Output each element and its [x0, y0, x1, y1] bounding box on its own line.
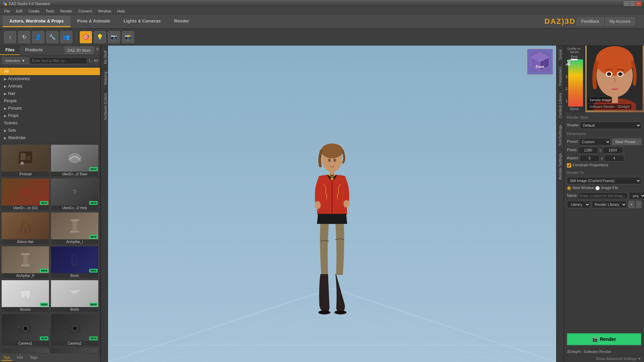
- tool-viewport2[interactable]: 💡: [94, 31, 106, 43]
- preset-select[interactable]: Custom: [579, 138, 611, 145]
- asset-uberenv-help[interactable]: ? NEW UberEn...t2 Help: [51, 178, 99, 211]
- asset-hair[interactable]: Aldora Hair: [1, 212, 49, 245]
- aspect-height-input[interactable]: [604, 155, 624, 162]
- shader-select[interactable]: Default: [580, 122, 641, 129]
- menu-create[interactable]: Create: [26, 8, 42, 14]
- maximize-button[interactable]: □: [630, 1, 635, 6]
- tab-lights-cameras[interactable]: Lights & Cameras: [117, 16, 168, 27]
- close-button[interactable]: ✕: [636, 1, 641, 6]
- render-to-select-row: Still Image (Current Frame): [567, 177, 641, 184]
- tab-products[interactable]: Products: [20, 46, 48, 55]
- content-vtabs: My Stuff Shaping Surfaces (Color): [101, 46, 108, 362]
- quality-bar-container[interactable]: 4 3 2 1 🐰: [566, 59, 583, 107]
- asset-uberenv-base[interactable]: NEW UberEn...t2 Base: [51, 144, 99, 177]
- vtab-my-stuff[interactable]: My Stuff: [102, 47, 107, 67]
- new-window-radio[interactable]: [567, 186, 571, 190]
- show-advanced-settings[interactable]: Show Advanced Settings ▼: [564, 355, 644, 362]
- asset-boots[interactable]: NEW Boots: [51, 246, 99, 279]
- cat-wardrobe[interactable]: ▶ Wardrobe: [0, 134, 100, 141]
- cat-accessories[interactable]: ▶ Accessories: [0, 75, 100, 82]
- daz-logo-text: DAZ)3D: [544, 17, 576, 26]
- my-account-button[interactable]: My Account: [605, 17, 635, 25]
- asset-preload[interactable]: !Preload: [1, 144, 49, 177]
- minimize-button[interactable]: —: [624, 1, 629, 6]
- render-library-select[interactable]: Render Library: [592, 201, 627, 208]
- cat-presets[interactable]: ▶ Presets: [0, 105, 100, 112]
- tab-render[interactable]: Render: [167, 16, 196, 27]
- cat-accessories-label: Accessories: [8, 76, 30, 81]
- asset-uberenv-gi[interactable]: NEW NEW UberEn...ce (GI): [1, 178, 49, 211]
- menu-render[interactable]: Render: [57, 8, 75, 14]
- aspect-width-input[interactable]: [580, 155, 600, 162]
- save-preset-button[interactable]: Save Preset...: [612, 138, 641, 145]
- menu-help[interactable]: Help: [115, 8, 128, 14]
- constrain-checkbox[interactable]: [567, 163, 571, 168]
- format-select[interactable]: .png: [629, 192, 644, 199]
- asset-camera3[interactable]: NEW Camera3: [1, 348, 49, 353]
- asset-briefs[interactable]: NEW Briefs: [51, 280, 99, 312]
- render-to-select[interactable]: Still Image (Current Frame): [567, 177, 641, 184]
- vtab-surfaces-color[interactable]: Surfaces (Color): [102, 89, 107, 123]
- cat-props[interactable]: ▶ Props: [0, 112, 100, 119]
- cat-hair[interactable]: ▶ Hair: [0, 90, 100, 97]
- asset-camera1[interactable]: NEW Camera1: [1, 314, 49, 346]
- asset-archpillar-r[interactable]: NEW Archpillar_R: [1, 246, 49, 279]
- cat-people[interactable]: People: [0, 97, 100, 105]
- library-add-button[interactable]: +: [628, 201, 635, 208]
- svg-point-49: [315, 201, 321, 209]
- selection-dropdown[interactable]: Selection ▼: [2, 57, 28, 64]
- cat-scenes[interactable]: Scenes: [0, 119, 100, 127]
- render-name-input[interactable]: [578, 192, 628, 199]
- tool-render-quick[interactable]: 📸: [122, 31, 134, 43]
- panel-options-icon[interactable]: ≡: [95, 46, 100, 55]
- cat-animals[interactable]: ▶ Animals: [0, 82, 100, 90]
- tool-camera[interactable]: 📷: [108, 31, 120, 43]
- svg-rect-2: [26, 156, 31, 160]
- pixel-width-input[interactable]: [578, 147, 598, 154]
- feedback-button[interactable]: FeedBack: [577, 17, 604, 25]
- tool-viewport1[interactable]: 🎯: [80, 31, 92, 43]
- menu-file[interactable]: File: [1, 8, 13, 14]
- asset-camera2[interactable]: NEW Camera2: [51, 314, 99, 346]
- svg-rect-13: [20, 289, 31, 291]
- menu-window[interactable]: Window: [95, 8, 114, 14]
- tab-tips[interactable]: Tips: [1, 355, 12, 361]
- library-remove-button[interactable]: -: [636, 201, 641, 208]
- tab-actors-wardrobe-props[interactable]: Actors, Wardrobe & Props: [3, 16, 70, 27]
- asset-boxers[interactable]: NEW Boxers: [1, 280, 49, 312]
- vtab-content-library[interactable]: Content Library: [556, 89, 564, 121]
- viewport-cube[interactable]: Front: [527, 48, 553, 75]
- image-file-radio[interactable]: [595, 186, 600, 190]
- vtab-parameters[interactable]: Parameters: [556, 63, 564, 89]
- asset-archpillar-i[interactable]: NEW Archpillar_I: [51, 212, 99, 245]
- menu-tools[interactable]: Tools: [43, 8, 57, 14]
- vtab-tool-settings[interactable]: Tool Settings: [556, 121, 564, 149]
- tab-files[interactable]: Files: [0, 46, 20, 55]
- library-select[interactable]: Library: [567, 201, 590, 208]
- tool-group[interactable]: 👥: [60, 31, 72, 43]
- tab-pose-animate[interactable]: Pose & Animate: [70, 16, 117, 27]
- tab-tags[interactable]: Tags: [28, 355, 40, 361]
- render-button[interactable]: 🎬 Render: [567, 333, 641, 345]
- vtab-render-settings[interactable]: Render Settings: [556, 149, 564, 183]
- vtab-shaping[interactable]: Shaping: [102, 68, 107, 88]
- tool-person[interactable]: 👤: [32, 31, 44, 43]
- pixel-height-input[interactable]: [603, 147, 623, 154]
- tool-rotate[interactable]: ↻: [18, 31, 30, 43]
- svg-point-51: [318, 310, 330, 314]
- asset-uberenv-base-label: UberEn...t2 Base: [51, 172, 98, 177]
- daz-store-button[interactable]: DAZ 3D Store: [65, 47, 94, 54]
- asset-camera4[interactable]: NEW Camera4: [51, 348, 99, 353]
- tool-props[interactable]: 🔧: [46, 31, 58, 43]
- menu-edit[interactable]: Edit: [13, 8, 25, 14]
- viewport[interactable]: Front: [108, 46, 556, 362]
- menu-connect[interactable]: Connect: [76, 8, 95, 14]
- filter-input[interactable]: [30, 57, 87, 64]
- cat-all-label: All: [4, 69, 8, 74]
- quality-gradient-bar[interactable]: [568, 59, 583, 107]
- vtab-scene[interactable]: Scene: [556, 46, 564, 63]
- tab-info[interactable]: Info: [15, 355, 25, 361]
- cat-sets[interactable]: ▶ Sets: [0, 127, 100, 134]
- tool-translate[interactable]: ↕: [4, 31, 16, 43]
- cat-all[interactable]: All: [0, 68, 100, 75]
